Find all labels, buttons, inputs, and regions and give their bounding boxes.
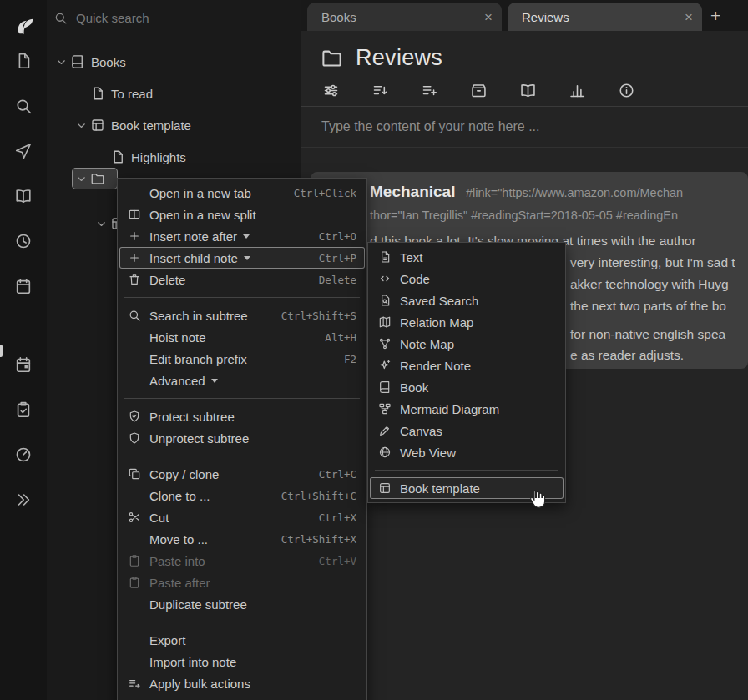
menu-item-edit-branch-prefix[interactable]: Edit branch prefixF2: [119, 348, 365, 370]
submenu-item-mermaid-diagram[interactable]: Mermaid Diagram: [370, 398, 564, 420]
menu-item-label: Book: [400, 380, 428, 395]
menu-item-label: Text: [400, 250, 423, 264]
menu-item-open-in-a-new-split[interactable]: Open in a new split: [119, 204, 365, 225]
expand-caret-icon[interactable]: [75, 173, 88, 185]
menu-item-insert-note-after[interactable]: Insert note afterCtrl+O: [119, 225, 365, 247]
tab-reviews[interactable]: Reviews×: [508, 3, 702, 31]
analytics-icon[interactable]: [569, 82, 586, 99]
submenu-item-book[interactable]: Book: [370, 376, 564, 398]
note-info-icon[interactable]: [618, 82, 635, 99]
expand-caret-icon[interactable]: [95, 218, 108, 230]
trilium-logo-icon[interactable]: [9, 7, 38, 38]
menu-item-label: Relation Map: [400, 315, 473, 330]
tree-item-book-template[interactable]: Book template: [47, 110, 301, 140]
menu-item-label: Insert child note: [149, 251, 238, 265]
shortcut-label: F2: [332, 353, 356, 365]
submenu-item-web-view[interactable]: Web View: [370, 441, 564, 463]
submenu-item-note-map[interactable]: Note Map: [370, 333, 564, 355]
plus-icon: [128, 229, 141, 243]
close-icon[interactable]: ×: [685, 10, 693, 24]
ribbon-toolbar: [301, 74, 748, 106]
menu-item-move-to[interactable]: Move to ...Ctrl+Shift+X: [119, 528, 365, 550]
menu-item-label: Import into note: [149, 655, 236, 669]
menu-item-copy-clone[interactable]: Copy / cloneCtrl+C: [119, 463, 365, 485]
child-note-title[interactable]: Mechanical: [370, 183, 455, 200]
menu-item-protect-subtree[interactable]: Protect subtree: [119, 405, 365, 427]
shortcut-label: Ctrl+V: [307, 555, 356, 567]
note-title: Reviews: [356, 45, 442, 71]
submenu-item-relation-map[interactable]: Relation Map: [370, 311, 564, 333]
tasks-icon[interactable]: [0, 387, 47, 432]
owned-attributes-icon[interactable]: [371, 82, 389, 99]
menu-item-open-in-a-new-tab[interactable]: Open in a new tabCtrl+Click: [119, 182, 365, 204]
shortcut-label: Ctrl+Click: [282, 187, 356, 199]
add-tab-button[interactable]: +: [710, 6, 720, 26]
menu-item-apply-bulk-actions[interactable]: Apply bulk actions: [119, 672, 365, 694]
menu-item-label: Cut: [149, 511, 169, 525]
cut-icon: [128, 511, 141, 524]
open-book-icon[interactable]: [0, 174, 47, 219]
template-icon: [378, 481, 392, 495]
menu-item-cut[interactable]: CutCtrl+X: [119, 506, 365, 528]
submenu-item-saved-search[interactable]: Saved Search: [370, 290, 564, 311]
note-body-text: very interesting, but I'm sad t: [570, 255, 735, 270]
search-icon[interactable]: [0, 83, 47, 128]
menu-item-label: Delete: [149, 273, 185, 287]
book-icon: [378, 380, 392, 394]
tab-books[interactable]: Books×: [307, 3, 502, 31]
archive-icon[interactable]: [470, 82, 488, 99]
menu-item-duplicate-subtree[interactable]: Duplicate subtree: [119, 593, 365, 615]
menu-item-hoist-note[interactable]: Hoist noteAlt+H: [119, 326, 365, 348]
mermaid-icon: [378, 402, 392, 415]
menu-item-clone-to[interactable]: Clone to ...Ctrl+Shift+C: [119, 485, 365, 506]
launcher-rail: [0, 0, 47, 700]
shortcut-label: Ctrl+O: [307, 230, 356, 243]
note-body-text: for non-native english spea: [570, 327, 725, 342]
relation-map-icon: [378, 315, 392, 329]
menu-item-label: Unprotect subtree: [149, 431, 249, 446]
tree-item-to-read[interactable]: To read: [47, 78, 301, 108]
tab-label: Books: [321, 10, 356, 24]
dropdown-caret-icon: [243, 234, 250, 239]
menu-item-advanced[interactable]: Advanced: [119, 370, 365, 391]
menu-item-import-into-note[interactable]: Import into note: [119, 651, 365, 672]
menu-item-label: Paste after: [149, 576, 210, 590]
tree-item-label: Book template: [111, 118, 191, 133]
submenu-item-canvas[interactable]: Canvas: [370, 420, 564, 441]
note-content-placeholder[interactable]: Type the content of your note here ...: [301, 107, 748, 147]
icon-spacer: [128, 633, 141, 647]
menu-separator: [124, 622, 360, 622]
split-icon: [128, 208, 141, 221]
submenu-item-text[interactable]: Text: [370, 246, 564, 268]
new-note-icon[interactable]: [0, 38, 47, 83]
jump-to-icon[interactable]: [0, 128, 47, 174]
dashboard-icon[interactable]: [0, 432, 47, 477]
menu-item-delete[interactable]: DeleteDelete: [119, 269, 365, 290]
collapse-icon[interactable]: [0, 477, 47, 522]
menu-item-label: Protect subtree: [149, 410, 235, 424]
submenu-item-render-note[interactable]: Render Note: [370, 355, 564, 376]
menu-item-unprotect-subtree[interactable]: Unprotect subtree: [119, 427, 365, 449]
menu-item-export[interactable]: Export: [119, 629, 365, 651]
close-icon[interactable]: ×: [484, 10, 493, 24]
expand-caret-icon[interactable]: [75, 119, 88, 132]
calendar-event-icon[interactable]: [0, 342, 47, 387]
file-icon: [90, 86, 105, 101]
menu-item-label: Canvas: [400, 424, 442, 438]
book-map-icon[interactable]: [519, 82, 537, 99]
menu-item-insert-child-note[interactable]: Insert child noteCtrl+P: [119, 247, 365, 269]
shortcut-label: Delete: [307, 274, 356, 286]
basic-properties-icon[interactable]: [322, 82, 340, 99]
dropdown-caret-icon: [244, 256, 250, 260]
history-icon[interactable]: [0, 219, 47, 264]
calendar-icon[interactable]: [0, 264, 47, 309]
expand-caret-icon[interactable]: [55, 56, 68, 68]
menu-separator: [375, 470, 558, 471]
submenu-item-code[interactable]: Code: [370, 268, 564, 290]
menu-item-label: Web View: [400, 446, 456, 460]
paste-icon: [128, 554, 141, 567]
add-attribute-icon[interactable]: [421, 82, 438, 99]
menu-item-label: Search in subtree: [149, 309, 248, 323]
menu-item-search-in-subtree[interactable]: Search in subtreeCtrl+Shift+S: [119, 305, 365, 326]
tree-item-books[interactable]: Books: [47, 47, 301, 77]
